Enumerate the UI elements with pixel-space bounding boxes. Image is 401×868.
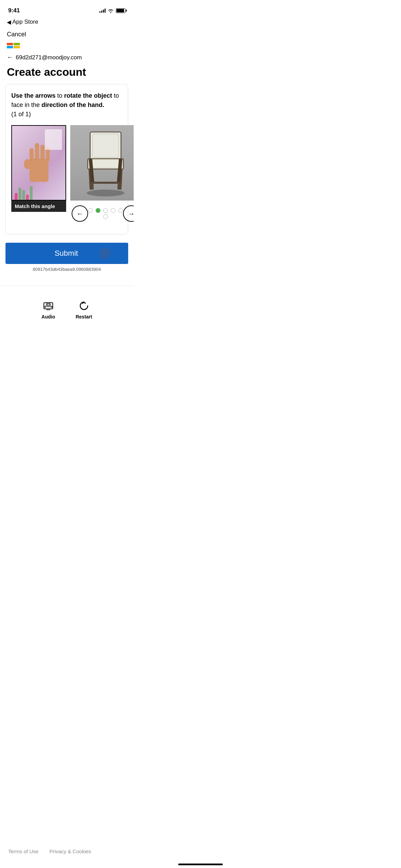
dots-row-1	[88, 208, 123, 213]
status-time: 9:41	[8, 7, 20, 14]
dot-2	[96, 208, 100, 213]
svg-rect-2	[35, 143, 39, 162]
email-back-row[interactable]: ← 69d2d271@moodjoy.com	[0, 52, 134, 63]
restart-icon	[78, 300, 90, 312]
chair-box: ← →	[70, 125, 134, 222]
hand-reference-box: Match this angle	[11, 125, 66, 212]
svg-point-24	[45, 306, 46, 308]
status-icons	[99, 8, 125, 13]
svg-point-25	[51, 306, 52, 308]
svg-point-19	[87, 190, 124, 196]
page-title: Create account	[0, 63, 134, 84]
svg-rect-1	[29, 148, 34, 163]
arrow-right-icon: →	[128, 210, 134, 218]
dot-5	[118, 208, 123, 213]
restart-toolbar-item[interactable]: Restart	[76, 300, 92, 320]
restart-label: Restart	[76, 314, 92, 320]
wifi-icon	[108, 8, 114, 13]
bottom-toolbar: Audio Restart	[0, 286, 134, 326]
instruction-bold-2: rotate the object	[64, 92, 112, 99]
instruction-bold-3: direction of the hand.	[41, 101, 104, 108]
hand-label: Match this angle	[11, 201, 66, 212]
submit-section: Submit 80917b43db43baea9.0960883904	[5, 243, 128, 272]
chair-image	[70, 125, 134, 201]
cancel-bar: Cancel	[0, 29, 134, 41]
svg-rect-18	[92, 182, 119, 184]
audio-label: Audio	[41, 314, 55, 320]
chart-bg	[12, 179, 65, 200]
email-address: 69d2d271@moodjoy.com	[16, 54, 82, 61]
status-bar: 9:41	[0, 0, 134, 16]
svg-rect-13	[90, 160, 121, 167]
instruction-text: Use the arrows to rotate the object to f…	[11, 91, 122, 119]
dots-row-2	[103, 214, 108, 219]
captcha-card: Use the arrows to rotate the object to f…	[5, 84, 128, 234]
rotate-right-button[interactable]: →	[123, 205, 134, 222]
dots-container	[88, 208, 123, 219]
instruction-plain-1: to	[56, 92, 64, 99]
svg-point-22	[46, 303, 50, 307]
dot-3	[103, 208, 108, 213]
session-id: 80917b43db43baea9.0960883904	[5, 267, 128, 272]
submit-label: Submit	[54, 249, 78, 257]
app-store-label: App Store	[12, 19, 38, 25]
svg-rect-23	[47, 309, 50, 310]
svg-point-21	[47, 304, 49, 306]
dot-6	[103, 214, 108, 219]
images-row: Match this angle	[11, 125, 122, 222]
chair-nav-row: ← →	[70, 205, 134, 222]
dot-4	[111, 208, 116, 213]
chair-icon	[78, 129, 133, 197]
signal-bars-icon	[99, 9, 106, 13]
hand-image	[11, 125, 66, 201]
submit-button[interactable]: Submit	[5, 243, 128, 264]
svg-rect-10	[90, 132, 121, 159]
dot-1	[88, 208, 93, 213]
svg-rect-3	[40, 145, 45, 161]
rotate-left-button[interactable]: ←	[72, 205, 88, 222]
audio-toolbar-item[interactable]: Audio	[41, 300, 55, 320]
audio-icon	[42, 300, 54, 312]
arrow-left-icon: ←	[76, 210, 83, 218]
back-arrow-icon: ◀	[7, 19, 11, 25]
email-back-arrow-icon: ←	[7, 54, 13, 61]
svg-point-5	[24, 159, 31, 169]
cancel-button[interactable]: Cancel	[7, 31, 26, 38]
submit-dot-indicator	[99, 248, 110, 259]
instruction-count: (1 of 1)	[11, 111, 31, 118]
paper-bg	[45, 129, 62, 150]
microsoft-logo-icon	[7, 43, 21, 48]
ms-logo-bar	[0, 41, 134, 52]
battery-icon	[116, 8, 125, 13]
instruction-bold-1: Use the arrows	[11, 92, 56, 99]
app-store-nav[interactable]: ◀ App Store	[0, 16, 134, 29]
